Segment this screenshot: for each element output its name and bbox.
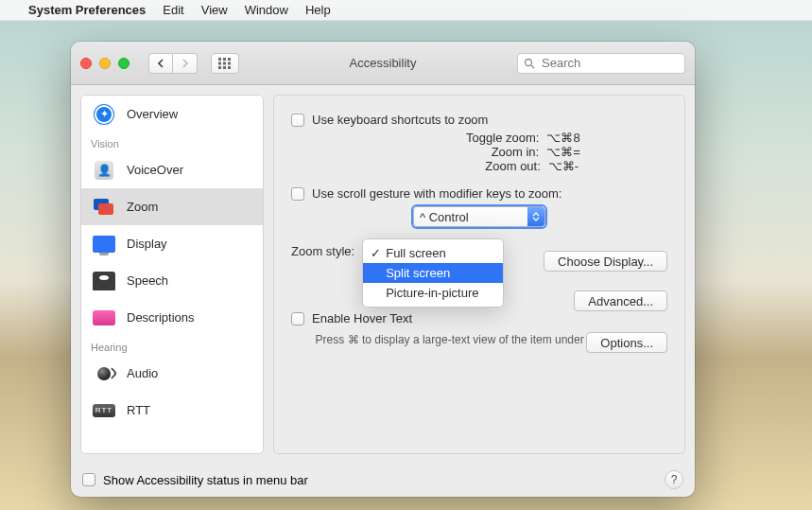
prefs-window: Accessibility ✦ Overview Vision 👤 VoiceO… xyxy=(71,42,695,497)
sidebar-item-display[interactable]: Display xyxy=(81,225,263,262)
toggle-zoom-label: Toggle zoom: xyxy=(378,131,539,145)
use-scroll-label: Use scroll gesture with modifier keys to… xyxy=(312,186,561,201)
search-input[interactable] xyxy=(540,55,679,71)
sidebar-heading-hearing: Hearing xyxy=(81,336,263,355)
zoom-out-label: Zoom out: xyxy=(380,159,541,173)
search-field[interactable] xyxy=(517,53,685,74)
show-status-label: Show Accessibility status in menu bar xyxy=(103,473,308,487)
svg-rect-6 xyxy=(218,66,221,69)
sidebar-item-audio[interactable]: Audio xyxy=(81,355,263,392)
zoom-icon xyxy=(91,197,117,218)
svg-rect-8 xyxy=(228,66,231,69)
chevron-left-icon xyxy=(157,59,164,68)
sidebar-item-label: RTT xyxy=(127,403,150,417)
sidebar-item-label: Descriptions xyxy=(127,310,195,325)
speech-icon xyxy=(91,271,117,291)
sidebar-item-zoom[interactable]: Zoom xyxy=(81,188,263,225)
help-button[interactable]: ? xyxy=(665,470,683,489)
zoom-style-menu: ✓ Full screen Split screen Picture-in-pi… xyxy=(362,238,504,308)
zoom-style-option-full[interactable]: ✓ Full screen xyxy=(363,243,503,263)
enable-hover-text-checkbox[interactable] xyxy=(291,312,304,325)
menu-edit[interactable]: Edit xyxy=(163,3,183,17)
sidebar-item-label: Audio xyxy=(127,366,158,380)
accessibility-icon: ✦ xyxy=(91,104,117,125)
sidebar-item-label: Speech xyxy=(127,273,168,288)
sidebar-item-label: Display xyxy=(127,237,167,251)
svg-point-9 xyxy=(526,59,532,65)
fullscreen-button[interactable] xyxy=(118,58,130,69)
bottom-bar: Show Accessibility status in menu bar ? xyxy=(71,463,695,497)
display-icon xyxy=(91,234,117,255)
svg-rect-0 xyxy=(218,58,221,61)
grid-icon xyxy=(218,58,232,69)
svg-rect-2 xyxy=(228,58,231,61)
svg-rect-7 xyxy=(223,66,226,69)
sidebar-item-label: VoiceOver xyxy=(127,163,183,177)
search-icon xyxy=(524,58,535,69)
svg-rect-5 xyxy=(228,62,231,64)
zoom-in-keys: ⌥⌘= xyxy=(546,145,580,159)
app-menu[interactable]: System Preferences xyxy=(28,3,146,17)
svg-rect-1 xyxy=(223,58,226,61)
sidebar-item-descriptions[interactable]: Descriptions xyxy=(81,299,263,336)
use-shortcuts-label: Use keyboard shortcuts to zoom xyxy=(312,113,488,127)
advanced-button[interactable]: Advanced... xyxy=(574,290,667,311)
svg-rect-4 xyxy=(223,62,226,64)
svg-line-10 xyxy=(531,65,534,68)
zoom-style-label: Zoom style: xyxy=(291,244,354,258)
enable-hover-text-label: Enable Hover Text xyxy=(312,311,412,325)
modifier-key-select[interactable]: ^ Control xyxy=(413,206,545,227)
audio-icon xyxy=(91,363,117,384)
sidebar-item-rtt[interactable]: RTT RTT xyxy=(81,392,263,429)
sidebar-item-label: Overview xyxy=(127,107,178,121)
select-stepper-icon xyxy=(527,207,544,226)
sidebar-item-label: Zoom xyxy=(127,200,158,214)
sidebar-heading-vision: Vision xyxy=(81,132,263,151)
menubar: System Preferences Edit View Window Help xyxy=(0,0,812,21)
menu-view[interactable]: View xyxy=(201,3,228,17)
zoom-out-keys: ⌥⌘- xyxy=(548,159,579,173)
titlebar: Accessibility xyxy=(71,42,695,85)
descriptions-icon xyxy=(91,308,117,328)
shortcut-list: Toggle zoom:⌥⌘8 Zoom in:⌥⌘= Zoom out:⌥⌘- xyxy=(291,131,667,173)
sidebar-item-overview[interactable]: ✦ Overview xyxy=(81,96,263,132)
use-scroll-checkbox[interactable] xyxy=(291,187,304,201)
modifier-key-value: ^ Control xyxy=(420,210,469,224)
nav-buttons xyxy=(148,53,198,74)
rtt-icon: RTT xyxy=(91,400,117,421)
menu-help[interactable]: Help xyxy=(305,3,331,17)
forward-button xyxy=(173,53,198,74)
back-button[interactable] xyxy=(148,53,173,74)
menu-window[interactable]: Window xyxy=(245,3,288,17)
choose-display-button[interactable]: Choose Display... xyxy=(544,251,667,272)
sidebar-item-speech[interactable]: Speech xyxy=(81,262,263,299)
show-status-checkbox[interactable] xyxy=(82,473,95,486)
main-panel: Use keyboard shortcuts to zoom Toggle zo… xyxy=(273,95,685,454)
hover-text-options-button[interactable]: Options... xyxy=(586,332,667,353)
svg-rect-3 xyxy=(218,62,221,64)
minimize-button[interactable] xyxy=(99,58,111,69)
toggle-zoom-keys: ⌥⌘8 xyxy=(546,131,579,145)
window-controls xyxy=(80,58,130,69)
voiceover-icon: 👤 xyxy=(91,160,117,181)
close-button[interactable] xyxy=(80,58,92,69)
zoom-style-option-pip[interactable]: Picture-in-picture xyxy=(363,283,503,303)
show-all-button[interactable] xyxy=(211,53,239,74)
checkmark-icon: ✓ xyxy=(371,246,381,260)
sidebar-item-voiceover[interactable]: 👤 VoiceOver xyxy=(81,151,263,188)
zoom-style-option-split[interactable]: Split screen xyxy=(363,263,503,283)
zoom-in-label: Zoom in: xyxy=(378,145,539,159)
sidebar[interactable]: ✦ Overview Vision 👤 VoiceOver Zoom Displ… xyxy=(80,95,264,454)
chevron-right-icon xyxy=(181,59,189,68)
use-shortcuts-checkbox[interactable] xyxy=(291,114,304,127)
